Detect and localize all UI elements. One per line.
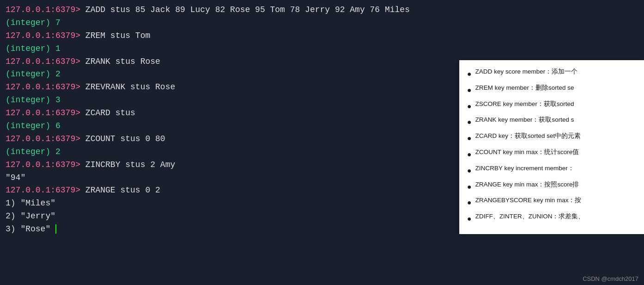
- csdn-watermark: CSDN @cmdch2017: [583, 275, 638, 282]
- command-text: ZCARD stus: [85, 108, 135, 118]
- bullet-icon: ●: [467, 116, 472, 129]
- tooltip-item-zdiff: ●ZDIFF、ZINTER、ZUNION：求差集、: [467, 211, 637, 226]
- cursor: [55, 224, 56, 234]
- command-text: ZINCRBY stus 2 Amy: [85, 160, 175, 169]
- command-text: ZADD stus 85 Jack 89 Lucy 82 Rose 95 Tom…: [85, 5, 410, 14]
- command-text: ZRANK stus Rose: [85, 57, 160, 66]
- tooltip-text: ZCARD key：获取sorted set中的元素: [475, 131, 581, 142]
- prompt: 127.0.0.1:6379>: [6, 134, 85, 143]
- bullet-icon: ●: [467, 212, 472, 226]
- prompt: 127.0.0.1:6379>: [6, 186, 85, 195]
- bullet-icon: ●: [467, 100, 472, 113]
- command-text: ZCOUNT stus 0 80: [85, 134, 165, 143]
- result-line: (integer) 7: [6, 17, 638, 30]
- tooltip-text: ZADD key score member：添加一个: [475, 67, 578, 77]
- bullet-icon: ●: [467, 180, 472, 194]
- tooltip-item-zcard: ●ZCARD key：获取sorted set中的元素: [467, 131, 637, 145]
- tooltip-text: ZREM key member：删除sorted se: [475, 83, 574, 93]
- tooltip-item-zrem: ●ZREM key member：删除sorted se: [467, 83, 637, 97]
- bullet-icon: ●: [467, 196, 472, 210]
- result-line: (integer) 1: [6, 43, 638, 56]
- bullet-icon: ●: [467, 84, 472, 97]
- prompt: 127.0.0.1:6379>: [6, 108, 85, 118]
- bullet-icon: ●: [467, 148, 472, 161]
- bullet-icon: ●: [467, 68, 472, 81]
- tooltip-item-zincrby: ●ZINCRBY key increment member：: [467, 163, 637, 178]
- command-text: ZRANGE stus 0 2: [85, 186, 160, 195]
- tooltip-text: ZCOUNT key min max：统计score值: [475, 147, 579, 158]
- tooltip-item-zcount: ●ZCOUNT key min max：统计score值: [467, 147, 637, 161]
- tooltip-text: ZSCORE key member：获取sorted: [475, 99, 574, 110]
- tooltip-item-zscore: ●ZSCORE key member：获取sorted: [467, 99, 637, 113]
- command-text: ZREM stus Tom: [85, 31, 150, 40]
- tooltip-item-zrangebyscore: ●ZRANGEBYSCORE key min max：按: [467, 195, 637, 210]
- prompt: 127.0.0.1:6379>: [6, 160, 85, 169]
- command-text: ZREVRANK stus Rose: [85, 82, 175, 92]
- prompt: 127.0.0.1:6379>: [6, 82, 85, 92]
- tooltip-text: ZRANK key member：获取sorted s: [475, 115, 574, 125]
- tooltip-text: ZINCRBY key increment member：: [475, 163, 574, 174]
- tooltip-text: ZRANGEBYSCORE key min max：按: [475, 195, 582, 206]
- tooltip-item-zadd: ●ZADD key score member：添加一个: [467, 67, 637, 81]
- bullet-icon: ●: [467, 164, 472, 178]
- prompt: 127.0.0.1:6379>: [6, 5, 85, 14]
- terminal-line: 127.0.0.1:6379> ZREM stus Tom: [6, 30, 638, 43]
- bullet-icon: ●: [467, 132, 472, 145]
- tooltip-panel: ●ZADD key score member：添加一个●ZREM key mem…: [459, 60, 644, 234]
- tooltip-item-zrank: ●ZRANK key member：获取sorted s: [467, 115, 637, 129]
- prompt: 127.0.0.1:6379>: [6, 31, 85, 40]
- tooltip-item-zrange: ●ZRANGE key min max：按照score排: [467, 180, 637, 194]
- tooltip-text: ZRANGE key min max：按照score排: [475, 180, 579, 190]
- tooltip-text: ZDIFF、ZINTER、ZUNION：求差集、: [475, 211, 585, 222]
- prompt: 127.0.0.1:6379>: [6, 57, 85, 66]
- terminal-line: 127.0.0.1:6379> ZADD stus 85 Jack 89 Luc…: [6, 4, 638, 17]
